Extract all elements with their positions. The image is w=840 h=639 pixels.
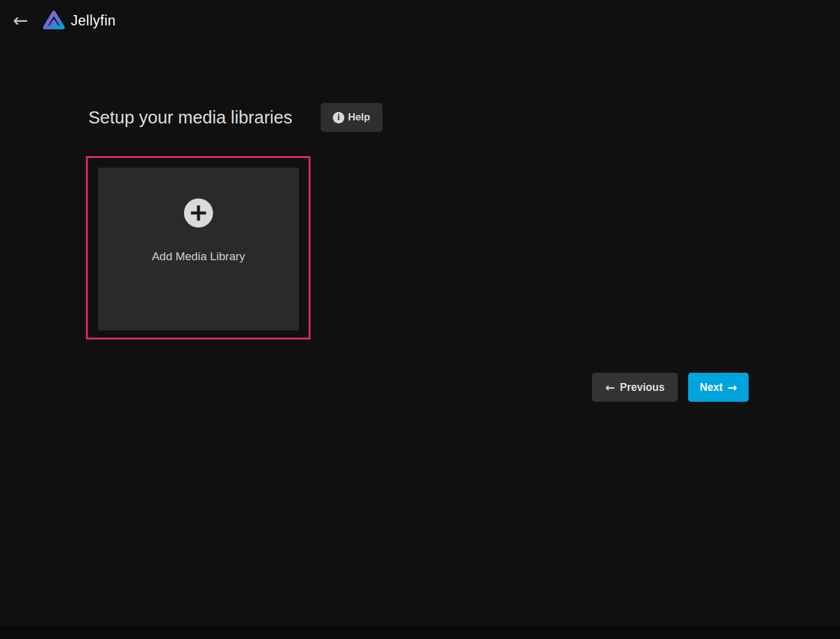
add-media-library-card[interactable]: Add Media Library (98, 168, 299, 330)
previous-button[interactable]: ← Previous (592, 373, 678, 402)
next-button[interactable]: Next → (688, 373, 749, 402)
arrow-right-icon: → (727, 382, 737, 393)
back-button[interactable]: ← (8, 7, 33, 34)
plus-icon (184, 198, 213, 228)
app-title: Jellyfin (71, 13, 116, 29)
page-header: Setup your media libraries i Help (88, 103, 382, 132)
jellyfin-setup-wizard-screen: ← Jellyfin Setup your media libraries i … (0, 0, 840, 639)
previous-button-label: Previous (620, 381, 664, 394)
wizard-navigation: ← Previous Next → (592, 373, 749, 402)
add-media-library-label: Add Media Library (152, 250, 245, 263)
arrow-left-icon: ← (605, 382, 615, 393)
next-button-label: Next (700, 381, 723, 394)
page-title: Setup your media libraries (88, 103, 292, 132)
help-button[interactable]: i Help (321, 103, 382, 132)
bottom-strip (0, 626, 840, 639)
add-library-card-focus-ring: Add Media Library (86, 156, 310, 339)
help-button-label: Help (348, 111, 370, 123)
jellyfin-logo-icon (41, 8, 67, 33)
arrow-back-icon: ← (13, 7, 28, 34)
header-bar: ← Jellyfin (0, 0, 840, 41)
info-icon: i (333, 112, 344, 123)
